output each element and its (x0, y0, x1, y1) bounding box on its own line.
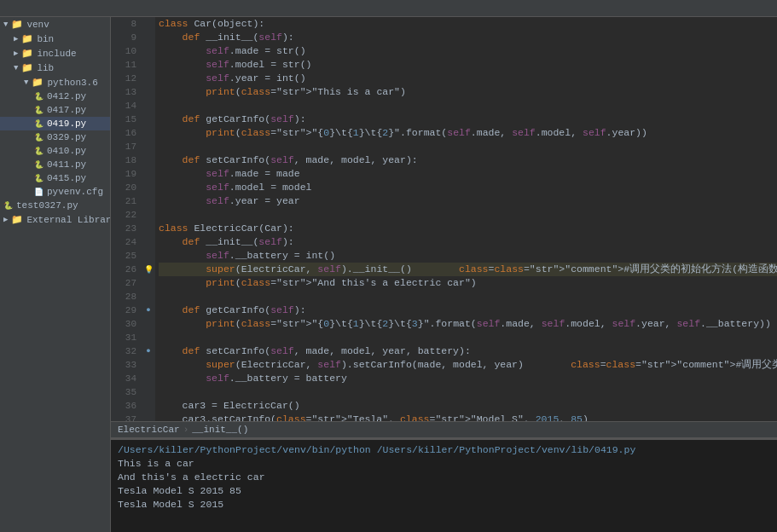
line-number-23: 23 (116, 222, 136, 235)
sidebar-item-lib[interactable]: ▼ 📁lib (0, 61, 110, 75)
code-line-12[interactable]: self.year = int() (159, 72, 777, 85)
py-file-icon: 🐍 (34, 133, 43, 142)
sidebar-item-0411-py[interactable]: 🐍0411.py (0, 158, 110, 171)
breadcrumb-sep: › (183, 425, 189, 435)
py-file-icon: 🐍 (34, 174, 43, 183)
gutter-cell-22 (142, 208, 155, 222)
folder-arrow-icon: ▼ (14, 64, 18, 72)
sidebar-item-label: 0329.py (47, 132, 86, 142)
gutter-cell-23 (142, 222, 155, 235)
breadcrumb-item-1[interactable]: __init__() (192, 425, 248, 435)
folder-arrow-icon: ▶ (14, 34, 18, 43)
line-number-30: 30 (116, 317, 136, 331)
sidebar-item-python3-6[interactable]: ▼ 📁python3.6 (0, 75, 110, 90)
code-line-25[interactable]: self.__battery = int() (159, 249, 777, 263)
sidebar-item-pyvenv-cfg[interactable]: 📄pyvenv.cfg (0, 185, 110, 199)
gutter-cell-24 (142, 235, 155, 249)
line-numbers: 8910111213141516171819202122232425262728… (111, 17, 142, 421)
code-line-8[interactable]: class Car(object): (159, 17, 777, 31)
main-area: ▼ 📁venv▶ 📁bin▶ 📁include▼ 📁lib▼ 📁python3.… (0, 17, 777, 532)
code-line-23[interactable]: class ElectricCar(Car): (159, 222, 777, 235)
line-number-28: 28 (116, 290, 136, 304)
sidebar-item-test0327-py[interactable]: 🐍test0327.py (0, 199, 110, 212)
line-number-9: 9 (116, 31, 136, 44)
code-line-28[interactable] (159, 290, 777, 304)
sidebar-item-0410-py[interactable]: 🐍0410.py (0, 144, 110, 158)
line-number-21: 21 (116, 194, 136, 208)
folder-arrow-icon: ▼ (3, 20, 8, 29)
code-line-18[interactable]: def setCarInfo(self, made, model, year): (159, 153, 777, 167)
line-number-32: 32 (116, 344, 136, 358)
sidebar-item-label: External Libraries (26, 215, 111, 225)
code-line-17[interactable] (159, 140, 777, 153)
line-number-19: 19 (116, 167, 136, 181)
line-number-31: 31 (116, 331, 136, 344)
sidebar-item-label: 0411.py (47, 159, 86, 170)
gutter-cell-19 (142, 167, 155, 181)
code-line-31[interactable] (159, 331, 777, 344)
line-number-37: 37 (116, 413, 136, 421)
sidebar-item-venv[interactable]: ▼ 📁venv (0, 17, 110, 32)
sidebar: ▼ 📁venv▶ 📁bin▶ 📁include▼ 📁lib▼ 📁python3.… (0, 17, 111, 532)
folder-icon: 📁 (11, 214, 23, 225)
sidebar-item-0419-py[interactable]: 🐍0419.py (0, 117, 110, 130)
sidebar-item-bin[interactable]: ▶ 📁bin (0, 32, 110, 46)
code-container: 8910111213141516171819202122232425262728… (111, 17, 777, 421)
py-file-icon: 🐍 (34, 119, 43, 129)
code-line-26[interactable]: super(ElectricCar, self).__init__() clas… (159, 263, 777, 276)
line-number-18: 18 (116, 153, 136, 167)
gutter-cell-27 (142, 276, 155, 290)
line-number-29: 29 (116, 304, 136, 317)
sidebar-item-0329-py[interactable]: 🐍0329.py (0, 130, 110, 144)
sidebar-item-label: 0410.py (47, 146, 86, 156)
sidebar-item-label: lib (37, 63, 54, 73)
code-line-11[interactable]: self.model = str() (159, 58, 777, 72)
folder-arrow-icon: ▶ (3, 215, 8, 224)
code-line-9[interactable]: def __init__(self): (159, 31, 777, 44)
code-line-21[interactable]: self.year = year (159, 194, 777, 208)
code-line-34[interactable]: self.__battery = battery (159, 372, 777, 385)
sidebar-item-External Libraries[interactable]: ▶ 📁External Libraries (0, 212, 110, 227)
code-line-22[interactable] (159, 208, 777, 222)
sidebar-item-label: venv (26, 20, 49, 30)
line-number-20: 20 (116, 181, 136, 194)
code-line-14[interactable] (159, 99, 777, 113)
code-line-15[interactable]: def getCarInfo(self): (159, 113, 777, 126)
code-lines[interactable]: class Car(object): def __init__(self): s… (155, 17, 777, 421)
code-line-37[interactable]: car3.setCarInfo(class="str">"Tesla", cla… (159, 413, 777, 421)
gutter-cell-10 (142, 44, 155, 58)
gutter-cell-20 (142, 181, 155, 194)
code-line-30[interactable]: print(class="str">"{0}\t{1}\t{2}\t{3}".f… (159, 317, 777, 331)
gutter-cell-11 (142, 58, 155, 72)
line-number-13: 13 (116, 85, 136, 99)
line-number-33: 33 (116, 358, 136, 372)
terminal-output-line-1: And this's a electric car (118, 471, 770, 484)
terminal-output-line-2: Tesla Model S 2015 85 (118, 484, 770, 498)
code-line-32[interactable]: def setCarInfo(self, made, model, year, … (159, 344, 777, 358)
code-line-35[interactable] (159, 385, 777, 399)
code-line-16[interactable]: print(class="str">"{0}\t{1}\t{2}".format… (159, 126, 777, 140)
code-line-33[interactable]: super(ElectricCar, self).setCarInfo(made… (159, 358, 777, 372)
sidebar-item-label: test0327.py (16, 200, 78, 211)
breadcrumb-item-0[interactable]: ElectricCar (118, 425, 180, 435)
code-line-29[interactable]: def getCarInfo(self): (159, 304, 777, 317)
sidebar-item-0417-py[interactable]: 🐍0417.py (0, 103, 110, 117)
line-number-10: 10 (116, 44, 136, 58)
sidebar-item-label: 0417.py (47, 105, 86, 115)
sidebar-item-0415-py[interactable]: 🐍0415.py (0, 171, 110, 185)
sidebar-item-include[interactable]: ▶ 📁include (0, 46, 110, 61)
gutter-cell-15 (142, 113, 155, 126)
sidebar-item-0412-py[interactable]: 🐍0412.py (0, 90, 110, 103)
terminal-output-line-0: This is a car (118, 457, 770, 471)
gutter-cell-34 (142, 372, 155, 385)
code-line-27[interactable]: print(class="str">"And this's a electric… (159, 276, 777, 290)
line-number-15: 15 (116, 113, 136, 126)
gutter-cell-35 (142, 385, 155, 399)
code-line-19[interactable]: self.made = made (159, 167, 777, 181)
code-line-13[interactable]: print(class="str">"This is a car") (159, 85, 777, 99)
gutter: 💡●● (142, 17, 155, 421)
code-line-20[interactable]: self.model = model (159, 181, 777, 194)
code-line-24[interactable]: def __init__(self): (159, 235, 777, 249)
code-line-10[interactable]: self.made = str() (159, 44, 777, 58)
code-line-36[interactable]: car3 = ElectricCar() (159, 399, 777, 413)
